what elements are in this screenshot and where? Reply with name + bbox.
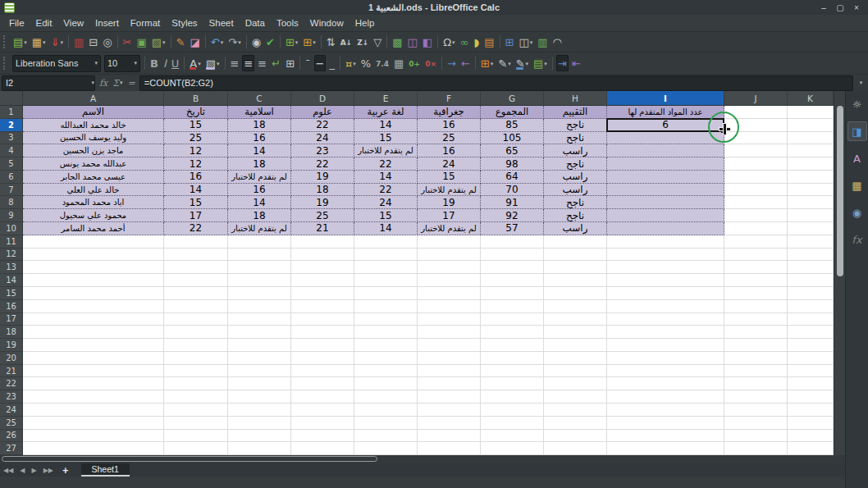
cell-J15[interactable]: [724, 287, 788, 300]
wrap-text-button[interactable]: ↵: [270, 55, 282, 71]
row-header-17[interactable]: 17: [0, 313, 23, 326]
cell-J6[interactable]: [724, 171, 788, 184]
cell-F23[interactable]: [418, 390, 481, 404]
cell-B8[interactable]: 15: [164, 196, 228, 209]
format-as-currency-button[interactable]: ¤▾: [344, 55, 358, 71]
cell-B9[interactable]: 17: [164, 209, 228, 222]
cell-C26[interactable]: [228, 430, 291, 443]
sheet-tab-sheet1[interactable]: Sheet1: [81, 463, 130, 477]
cell-F25[interactable]: [418, 417, 481, 430]
cell-C1[interactable]: اسلامية: [228, 106, 291, 119]
formula-input[interactable]: [139, 75, 853, 91]
row-header-1[interactable]: 1: [0, 106, 23, 119]
open-file-button[interactable]: ▦▾: [30, 34, 48, 50]
row-header-22[interactable]: 22: [0, 377, 23, 390]
cell-F18[interactable]: [418, 326, 481, 339]
decrease-indent-button[interactable]: ←: [459, 55, 472, 71]
conditional-formatting-button[interactable]: ▤▾: [532, 55, 549, 71]
cell-G7[interactable]: 70: [481, 184, 544, 197]
expand-formula-bar-button[interactable]: ▾: [853, 75, 868, 90]
cell-A12[interactable]: [23, 249, 164, 262]
cell-C3[interactable]: 16: [228, 132, 291, 145]
cell-C4[interactable]: 14: [228, 144, 291, 157]
function-wizard-button[interactable]: fx: [97, 75, 110, 90]
cell-D7[interactable]: 18: [291, 184, 354, 197]
row-header-3[interactable]: 3: [0, 132, 23, 145]
cell-E26[interactable]: [354, 430, 418, 443]
cell-B7[interactable]: 14: [164, 184, 228, 197]
cell-A4[interactable]: ماجد يزن الحسين: [23, 144, 164, 157]
font-color-button[interactable]: A▾: [188, 55, 202, 71]
cell-B27[interactable]: [164, 442, 228, 455]
cell-D16[interactable]: [291, 300, 354, 313]
cell-G15[interactable]: [481, 287, 544, 300]
new-document-button[interactable]: ▤▾: [11, 34, 29, 50]
find-and-replace-button[interactable]: ◉: [250, 34, 263, 50]
cell-H16[interactable]: [544, 300, 607, 313]
toolbar-grip[interactable]: [3, 57, 7, 70]
column-header-i[interactable]: I: [607, 91, 724, 106]
sidebar-settings-button[interactable]: ☼: [848, 95, 866, 113]
cell-I20[interactable]: [607, 352, 724, 365]
cell-K26[interactable]: [788, 430, 834, 443]
menu-edit[interactable]: Edit: [30, 16, 58, 30]
cell-B17[interactable]: [164, 313, 228, 326]
cell-D6[interactable]: 19: [291, 171, 354, 184]
cell-D2[interactable]: 22: [291, 119, 354, 132]
cell-D15[interactable]: [291, 287, 354, 300]
cell-I26[interactable]: [607, 430, 724, 443]
cell-F17[interactable]: [418, 313, 481, 326]
properties-deck-button[interactable]: ◨: [848, 122, 866, 140]
cell-J2[interactable]: [724, 119, 788, 132]
cell-D14[interactable]: [291, 274, 354, 287]
sort-descending-button[interactable]: Z↓: [355, 34, 370, 50]
cell-G4[interactable]: 65: [481, 144, 544, 157]
cell-B20[interactable]: [164, 352, 228, 365]
row-header-25[interactable]: 25: [0, 417, 23, 430]
cell-A20[interactable]: [23, 352, 164, 365]
cell-D19[interactable]: [291, 339, 354, 352]
cell-H23[interactable]: [544, 390, 607, 404]
cell-K1[interactable]: [788, 106, 834, 119]
cell-K5[interactable]: [788, 157, 834, 171]
row-header-2[interactable]: 2: [0, 119, 23, 132]
cut-button[interactable]: ✂: [121, 34, 134, 50]
cell-A14[interactable]: [23, 274, 164, 287]
undo-button[interactable]: ↶▾: [209, 34, 225, 50]
cell-K18[interactable]: [788, 326, 834, 339]
cell-F27[interactable]: [418, 442, 481, 455]
cell-E10[interactable]: 14: [354, 222, 418, 235]
cell-C19[interactable]: [228, 339, 291, 352]
column-header-a[interactable]: A: [23, 91, 164, 106]
cell-E15[interactable]: [354, 287, 418, 300]
cell-E4[interactable]: لم يتقدم للاختبار: [354, 144, 418, 157]
insert-image-button[interactable]: ▩: [391, 34, 404, 50]
cell-D21[interactable]: [291, 365, 354, 378]
cell-A19[interactable]: [23, 339, 164, 352]
cell-H7[interactable]: راسب: [544, 184, 607, 197]
cell-K25[interactable]: [788, 417, 834, 430]
row-header-7[interactable]: 7: [0, 184, 23, 197]
cell-C11[interactable]: [228, 235, 291, 249]
cell-K3[interactable]: [788, 132, 834, 145]
cell-I27[interactable]: [607, 442, 724, 455]
cell-I17[interactable]: [607, 313, 724, 326]
row-header-16[interactable]: 16: [0, 300, 23, 313]
add-sheet-button[interactable]: +: [57, 464, 75, 477]
cell-A1[interactable]: الاسم: [23, 106, 164, 119]
row-header-23[interactable]: 23: [0, 390, 23, 404]
cell-D22[interactable]: [291, 377, 354, 390]
last-sheet-button[interactable]: ▶▶: [40, 467, 57, 474]
cell-B3[interactable]: 25: [164, 132, 228, 145]
highlighting-color-button[interactable]: ▧▾: [204, 55, 222, 71]
copy-button[interactable]: ▣: [135, 34, 148, 50]
cell-A15[interactable]: [23, 287, 164, 300]
cell-F1[interactable]: جغرافية: [418, 106, 481, 119]
cell-E20[interactable]: [354, 352, 418, 365]
cell-D11[interactable]: [291, 235, 354, 249]
cell-F7[interactable]: لم يتقدم للاختبار: [418, 184, 481, 197]
cell-J10[interactable]: [724, 222, 788, 235]
cell-I7[interactable]: [607, 184, 724, 197]
cell-J12[interactable]: [724, 249, 788, 262]
cell-G10[interactable]: 57: [481, 222, 544, 235]
